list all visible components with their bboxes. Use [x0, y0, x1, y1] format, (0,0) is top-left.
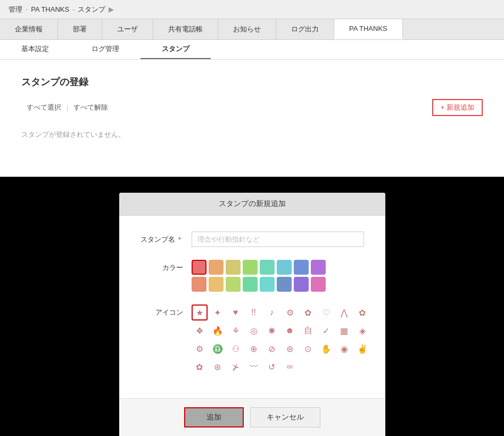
breadcrumb-sep-1: -: [26, 5, 28, 13]
icon-cell-7[interactable]: ♡: [318, 305, 334, 320]
icon-grid: ★✦♥!!♪⚙✿♡⋀✿❖🔥⚘◎✺☻自✓▦◈⚙♎⚇⊕⊘⊛⊙✋◉✌✿⊛⊁〰↺∞: [192, 305, 370, 375]
sub-nav: 基本設定 ログ管理 スタンプ: [0, 40, 504, 60]
color-swatch-1[interactable]: [209, 260, 224, 275]
select-all-button[interactable]: すべて選択: [21, 101, 67, 114]
color-swatch-7[interactable]: [311, 260, 326, 275]
top-bar: 管理 - PA THANKS - スタンプ ▶: [0, 0, 504, 19]
icon-cell-35[interactable]: ∞: [282, 359, 298, 375]
icon-cell-13[interactable]: ◎: [246, 323, 262, 339]
form-row-stamp-name: スタンプ名＊: [141, 232, 364, 247]
nav-pathanks[interactable]: PA THANKS: [334, 19, 403, 39]
icon-cell-18[interactable]: ▦: [336, 323, 352, 339]
nav-news[interactable]: お知らせ: [218, 19, 276, 39]
subnav-log[interactable]: ログ管理: [70, 40, 141, 59]
submit-button[interactable]: 追加: [184, 407, 244, 427]
breadcrumb-stamp: スタンプ: [78, 5, 105, 14]
color-swatch-4[interactable]: [260, 260, 275, 275]
color-swatch-12[interactable]: [260, 277, 275, 292]
nav-logout[interactable]: ログ出力: [276, 19, 334, 39]
icon-cell-25[interactable]: ⊛: [282, 341, 298, 357]
toolbar: すべて選択 | すべて解除 + 新規追加: [21, 99, 483, 116]
icon-cell-17[interactable]: ✓: [318, 323, 334, 339]
form-row-icon: アイコン ★✦♥!!♪⚙✿♡⋀✿❖🔥⚘◎✺☻自✓▦◈⚙♎⚇⊕⊘⊛⊙✋◉✌✿⊛⊁〰…: [141, 305, 364, 375]
icon-cell-9[interactable]: ✿: [354, 305, 370, 320]
color-swatch-8[interactable]: [192, 277, 206, 292]
icon-cell-5[interactable]: ⚙: [282, 305, 298, 320]
icon-cell-6[interactable]: ✿: [300, 305, 316, 320]
modal-dialog: スタンプの新規追加 スタンプ名＊ カラー アイ: [119, 193, 385, 436]
breadcrumb-pathanks: PA THANKS: [31, 5, 69, 13]
icon-cell-19[interactable]: ◈: [354, 323, 370, 339]
nav-busho[interactable]: 部署: [58, 19, 102, 39]
icon-cell-15[interactable]: ☻: [282, 323, 298, 339]
content-area: スタンプの登録 すべて選択 | すべて解除 + 新規追加 スタンプが登録されてい…: [0, 60, 504, 177]
page-title: スタンプの登録: [21, 76, 483, 88]
icon-control: ★✦♥!!♪⚙✿♡⋀✿❖🔥⚘◎✺☻自✓▦◈⚙♎⚇⊕⊘⊛⊙✋◉✌✿⊛⊁〰↺∞: [192, 305, 370, 375]
icon-cell-31[interactable]: ⊛: [210, 359, 226, 375]
icon-cell-16[interactable]: 自: [300, 323, 316, 339]
icon-cell-4[interactable]: ♪: [264, 305, 280, 320]
required-mark: ＊: [176, 235, 183, 243]
nav-kigyojoho[interactable]: 企業情報: [0, 19, 58, 39]
subnav-basic[interactable]: 基本設定: [0, 40, 70, 59]
main-nav: 企業情報 部署 ユーザ 共有電話帳 お知らせ ログ出力 PA THANKS: [0, 19, 504, 40]
nav-user[interactable]: ユーザ: [102, 19, 153, 39]
color-swatch-3[interactable]: [243, 260, 258, 275]
icon-label: アイコン: [141, 305, 183, 317]
color-control: [192, 260, 364, 292]
breadcrumb-arrow: ▶: [109, 5, 114, 13]
overlay-area: スタンプの新規追加 スタンプ名＊ カラー アイ: [0, 177, 504, 436]
icon-cell-29[interactable]: ✌: [354, 341, 370, 357]
icon-cell-26[interactable]: ⊙: [300, 341, 316, 357]
icon-cell-21[interactable]: ♎: [210, 341, 226, 357]
toolbar-left: すべて選択 | すべて解除: [21, 101, 113, 114]
breadcrumb: 管理 - PA THANKS - スタンプ ▶: [9, 5, 117, 14]
icon-cell-10[interactable]: ❖: [192, 323, 208, 339]
color-grid: [192, 260, 364, 292]
color-swatch-11[interactable]: [243, 277, 258, 292]
modal-body: スタンプ名＊ カラー アイコン ★✦♥!!♪⚙✿♡⋀✿❖🔥⚘◎: [119, 216, 385, 398]
breadcrumb-admin: 管理: [9, 5, 22, 14]
cancel-button[interactable]: キャンセル: [250, 407, 320, 427]
icon-cell-11[interactable]: 🔥: [210, 323, 226, 339]
color-swatch-0[interactable]: [192, 260, 206, 275]
stamp-name-control: [192, 232, 364, 247]
stamp-name-label: スタンプ名＊: [141, 232, 183, 244]
icon-cell-3[interactable]: !!: [246, 305, 262, 320]
modal-footer: 追加 キャンセル: [119, 398, 385, 436]
color-swatch-5[interactable]: [277, 260, 292, 275]
nav-shared-contacts[interactable]: 共有電話帳: [153, 19, 218, 39]
color-swatch-10[interactable]: [226, 277, 241, 292]
icon-cell-14[interactable]: ✺: [264, 323, 280, 339]
form-row-color: カラー: [141, 260, 364, 292]
color-swatch-2[interactable]: [226, 260, 241, 275]
color-swatch-15[interactable]: [311, 277, 326, 292]
icon-cell-8[interactable]: ⋀: [336, 305, 352, 320]
icon-cell-34[interactable]: ↺: [264, 359, 280, 375]
icon-cell-22[interactable]: ⚇: [228, 341, 244, 357]
icon-cell-0[interactable]: ★: [192, 305, 208, 320]
icon-cell-33[interactable]: 〰: [246, 359, 262, 375]
breadcrumb-sep-2: -: [72, 5, 75, 13]
icon-cell-30[interactable]: ✿: [192, 359, 208, 375]
empty-message: スタンプが登録されていません。: [21, 125, 483, 145]
modal-title: スタンプの新規追加: [119, 193, 385, 216]
color-swatch-13[interactable]: [277, 277, 292, 292]
icon-cell-32[interactable]: ⊁: [228, 359, 244, 375]
icon-cell-24[interactable]: ⊘: [264, 341, 280, 357]
icon-cell-2[interactable]: ♥: [228, 305, 244, 320]
color-swatch-14[interactable]: [294, 277, 309, 292]
color-swatch-9[interactable]: [209, 277, 224, 292]
subnav-stamp[interactable]: スタンプ: [141, 40, 211, 59]
icon-cell-20[interactable]: ⚙: [192, 341, 208, 357]
stamp-name-input[interactable]: [192, 232, 364, 247]
icon-cell-12[interactable]: ⚘: [228, 323, 244, 339]
deselect-all-button[interactable]: すべて解除: [68, 101, 113, 114]
color-label: カラー: [141, 260, 183, 273]
icon-cell-28[interactable]: ◉: [336, 341, 352, 357]
icon-cell-27[interactable]: ✋: [318, 341, 334, 357]
color-swatch-6[interactable]: [294, 260, 309, 275]
add-new-button[interactable]: + 新規追加: [432, 99, 483, 116]
icon-cell-1[interactable]: ✦: [210, 305, 226, 320]
icon-cell-23[interactable]: ⊕: [246, 341, 262, 357]
